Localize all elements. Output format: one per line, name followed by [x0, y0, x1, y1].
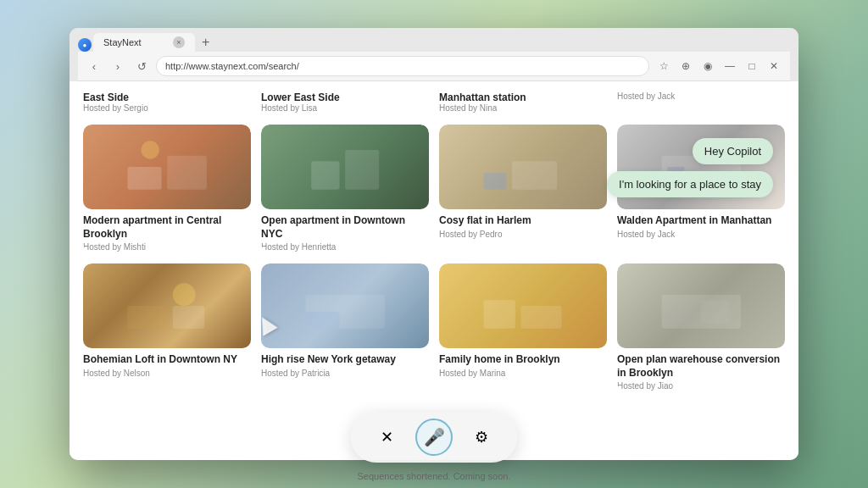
refresh-button[interactable]: ↺: [132, 57, 151, 75]
new-tab-button[interactable]: +: [197, 33, 214, 52]
listing-title: East Side: [83, 92, 251, 103]
list-item[interactable]: Lower East Side Hosted by Lisa: [261, 92, 429, 113]
profile-button[interactable]: ◉: [698, 57, 717, 75]
minimize-button[interactable]: —: [721, 57, 739, 75]
tab-label: StayNext: [103, 37, 142, 47]
listing-card-downtown-nyc[interactable]: Open apartment in Downtown NYC Hosted by…: [261, 125, 429, 252]
listing-host: Hosted by Pedro: [439, 230, 607, 239]
listing-card-warehouse[interactable]: Open plan warehouse conversion in Brookl…: [617, 263, 785, 391]
listing-image: [83, 125, 251, 209]
top-partial-row: East Side Hosted by Sergio Lower East Si…: [83, 81, 785, 113]
svg-rect-1: [167, 156, 207, 190]
maximize-button[interactable]: □: [743, 57, 761, 75]
listing-host: Hosted by Nina: [439, 103, 607, 113]
list-item[interactable]: Hosted by Jack: [617, 92, 785, 113]
svg-rect-14: [483, 301, 515, 329]
listing-host: Hosted by Jack: [617, 230, 785, 239]
listing-image: [617, 263, 785, 348]
back-button[interactable]: ‹: [85, 57, 103, 75]
listing-host: Hosted by Nelson: [83, 369, 251, 378]
listing-host: Hosted by Henrietta: [261, 242, 429, 252]
toolbar-actions: ☆ ⊕ ◉ — □ ✕: [654, 57, 783, 75]
listing-card-bohemian[interactable]: Bohemian Loft in Downtown NY Hosted by N…: [83, 263, 251, 391]
listing-image: [439, 125, 607, 209]
listing-card-brooklyn[interactable]: Modern apartment in Central Brooklyn Hos…: [83, 125, 251, 252]
close-voice-button[interactable]: ✕: [371, 422, 402, 452]
url-text: http://www.staynext.com/search/: [165, 61, 299, 71]
listing-image: [261, 125, 429, 209]
listing-title: Lower East Side: [261, 92, 429, 103]
browser-favicon-icon: ●: [78, 38, 92, 52]
listing-title: Open plan warehouse conversion in Brookl…: [617, 353, 785, 380]
listing-title: Walden Apartment in Manhattan: [617, 214, 785, 228]
listing-image: [261, 263, 429, 348]
tabs-row: ● StayNext × +: [78, 33, 790, 52]
listing-title: High rise New York getaway: [261, 353, 429, 367]
svg-point-2: [141, 141, 159, 158]
svg-rect-11: [173, 306, 204, 329]
svg-rect-4: [345, 150, 379, 190]
listing-image: [439, 263, 607, 348]
svg-rect-9: [127, 306, 167, 329]
favicon-area: ●: [78, 38, 92, 52]
close-window-button[interactable]: ✕: [765, 57, 783, 75]
listing-host: Hosted by Marina: [439, 369, 607, 378]
listing-title: Modern apartment in Central Brooklyn: [83, 214, 251, 241]
listing-card-highrise[interactable]: High rise New York getaway Hosted by Pat…: [261, 263, 429, 391]
svg-rect-15: [520, 306, 561, 329]
svg-rect-5: [483, 173, 506, 190]
settings-button[interactable]: ⚙: [466, 422, 497, 452]
listing-host: Hosted by Sergio: [83, 103, 251, 113]
copilot-bubble-2: I'm looking for a place to stay: [607, 171, 773, 197]
list-item[interactable]: East Side Hosted by Sergio: [83, 92, 251, 113]
extensions-button[interactable]: ⊕: [676, 57, 695, 75]
listing-card-family[interactable]: Family home in Brooklyn Hosted by Marina: [439, 263, 607, 391]
svg-rect-6: [512, 161, 557, 189]
listing-title: Family home in Brooklyn: [439, 353, 607, 367]
microphone-button[interactable]: 🎤: [415, 419, 453, 456]
listing-title: Manhattan station: [439, 92, 607, 103]
svg-point-10: [173, 284, 196, 307]
browser-chrome: ● StayNext × + ‹ › ↺ http://www.staynext…: [70, 28, 798, 81]
svg-rect-17: [667, 306, 690, 323]
svg-rect-0: [127, 167, 161, 190]
listing-host: Hosted by Patricia: [261, 369, 429, 378]
listing-title: Cosy flat in Harlem: [439, 214, 607, 228]
copilot-overlay: Hey Copilot I'm looking for a place to s…: [607, 138, 773, 197]
listing-row-2: Bohemian Loft in Downtown NY Hosted by N…: [83, 263, 785, 391]
copilot-bubble-1: Hey Copilot: [693, 138, 773, 164]
listing-host: Hosted by Mishti: [83, 242, 251, 252]
browser-tab-staynext[interactable]: StayNext ×: [93, 33, 195, 52]
listing-image: [83, 263, 251, 348]
forward-button[interactable]: ›: [108, 57, 127, 75]
bookmark-button[interactable]: ☆: [654, 57, 673, 75]
listing-title: Bohemian Loft in Downtown NY: [83, 353, 251, 367]
list-item[interactable]: Manhattan station Hosted by Nina: [439, 92, 607, 113]
svg-rect-13: [305, 312, 339, 329]
browser-toolbar: ‹ › ↺ http://www.staynext.com/search/ ☆ …: [78, 52, 790, 81]
listing-host: Hosted by Lisa: [261, 103, 429, 113]
svg-rect-3: [311, 161, 339, 189]
svg-rect-18: [701, 301, 729, 324]
listing-card-harlem[interactable]: Cosy flat in Harlem Hosted by Pedro: [439, 125, 607, 252]
address-bar[interactable]: http://www.staynext.com/search/: [156, 56, 649, 76]
browser-window: ● StayNext × + ‹ › ↺ http://www.staynext…: [70, 28, 798, 460]
voice-control-bar: ✕ 🎤 ⚙: [351, 412, 517, 463]
bottom-caption: Sequences shortened. Coming soon.: [357, 471, 510, 481]
listing-host: Hosted by Jiao: [617, 381, 785, 391]
tab-close-button[interactable]: ×: [173, 36, 185, 48]
listing-host: Hosted by Jack: [617, 92, 785, 101]
listing-title: Open apartment in Downtown NYC: [261, 214, 429, 241]
